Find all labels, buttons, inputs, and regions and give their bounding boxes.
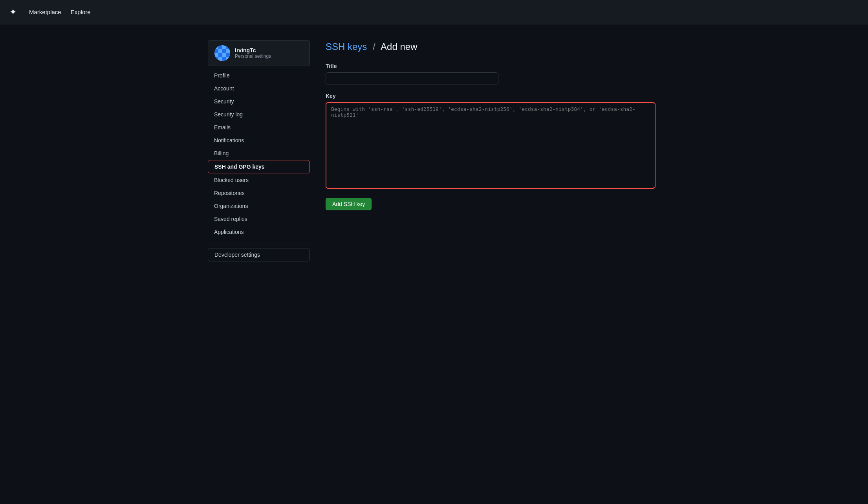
sidebar-item-applications[interactable]: Applications: [208, 226, 310, 238]
title-label: Title: [326, 63, 660, 69]
sidebar: IrvingTc Personal settings Profile Accou…: [208, 40, 310, 261]
main-content: SSH keys / Add new Title Key Add SSH key: [326, 40, 660, 261]
sidebar-item-account[interactable]: Account: [208, 82, 310, 95]
top-nav: ✦ Marketplace Explore: [0, 0, 868, 24]
sidebar-item-emails[interactable]: Emails: [208, 121, 310, 134]
user-subtitle: Personal settings: [235, 53, 271, 59]
sidebar-nav: Profile Account Security Security log Em…: [208, 69, 310, 238]
title-input[interactable]: [326, 72, 498, 85]
page-header: SSH keys / Add new: [326, 40, 660, 53]
sidebar-item-notifications[interactable]: Notifications: [208, 134, 310, 147]
avatar: [214, 45, 230, 61]
sidebar-item-security-log[interactable]: Security log: [208, 108, 310, 121]
sidebar-divider: [208, 243, 310, 243]
developer-settings-button[interactable]: Developer settings: [208, 248, 310, 261]
user-name: IrvingTc: [235, 47, 271, 53]
user-info: IrvingTc Personal settings: [235, 47, 271, 59]
page-container: IrvingTc Personal settings Profile Accou…: [198, 24, 670, 277]
sidebar-user-profile: IrvingTc Personal settings: [208, 40, 310, 66]
sidebar-item-billing[interactable]: Billing: [208, 147, 310, 160]
sidebar-item-profile[interactable]: Profile: [208, 69, 310, 82]
marketplace-link[interactable]: Marketplace: [29, 9, 61, 15]
key-form-group: Key: [326, 93, 660, 190]
sidebar-item-organizations[interactable]: Organizations: [208, 200, 310, 212]
title-form-group: Title: [326, 63, 660, 85]
add-ssh-key-form: Title Key Add SSH key: [326, 63, 660, 210]
sidebar-item-blocked-users[interactable]: Blocked users: [208, 174, 310, 186]
sidebar-item-repositories[interactable]: Repositories: [208, 187, 310, 199]
page-title: SSH keys / Add new: [326, 40, 660, 53]
breadcrumb-separator: /: [373, 41, 375, 52]
key-textarea[interactable]: [326, 102, 656, 189]
key-label: Key: [326, 93, 660, 99]
add-ssh-key-button[interactable]: Add SSH key: [326, 198, 372, 210]
explore-link[interactable]: Explore: [71, 9, 91, 15]
breadcrumb-link[interactable]: SSH keys: [326, 41, 367, 52]
sidebar-item-ssh-gpg-keys[interactable]: SSH and GPG keys: [208, 160, 310, 173]
sidebar-item-security[interactable]: Security: [208, 95, 310, 108]
sidebar-item-saved-replies[interactable]: Saved replies: [208, 213, 310, 225]
breadcrumb-current: Add new: [381, 41, 417, 52]
github-logo: ✦: [9, 7, 16, 17]
